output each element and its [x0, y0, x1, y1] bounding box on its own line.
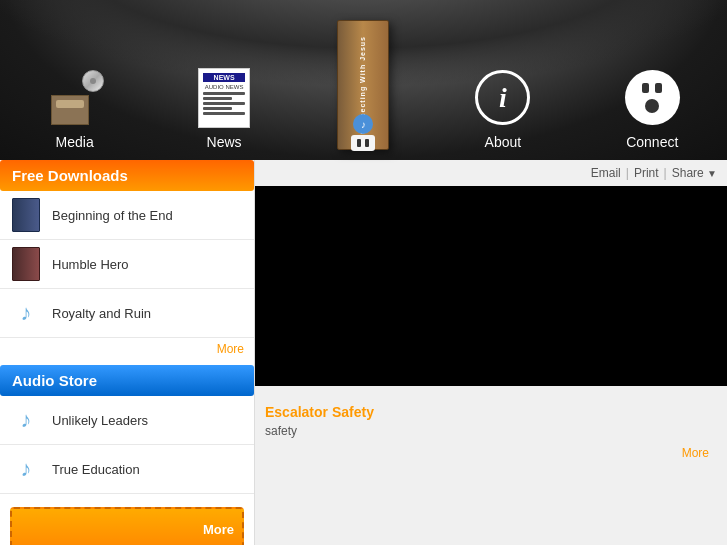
- news-icon-sub: AUDIO NEWS: [203, 84, 245, 90]
- news-icon-header: NEWS: [203, 73, 245, 82]
- nav-news[interactable]: NEWS AUDIO NEWS News: [179, 65, 269, 150]
- book-spine: Connecting With Jesus ♪: [337, 20, 389, 150]
- about-icon: i: [473, 65, 533, 130]
- item-thumbnail: ♪: [10, 404, 42, 436]
- item-thumbnail: ♪: [10, 453, 42, 485]
- news-line: [203, 92, 245, 95]
- share-link[interactable]: Share ▼: [672, 166, 717, 180]
- video-player[interactable]: [255, 186, 727, 386]
- orange-more-label: More: [203, 522, 234, 537]
- print-link[interactable]: Print: [634, 166, 659, 180]
- list-item[interactable]: ♪ Royalty and Ruin: [0, 289, 254, 338]
- free-downloads-section: Free Downloads Beginning of the End Humb…: [0, 160, 254, 360]
- audio-store-header: Audio Store: [0, 365, 254, 396]
- content-info: Escalator Safety safety More: [255, 396, 727, 468]
- news-line: [203, 97, 232, 100]
- item-title: True Education: [52, 462, 140, 477]
- free-downloads-header: Free Downloads: [0, 160, 254, 191]
- connect-icon: [622, 65, 682, 130]
- item-thumbnail: ♪: [10, 297, 42, 329]
- nav-connect[interactable]: Connect: [607, 65, 697, 150]
- music-note-icon: ♪: [21, 300, 32, 326]
- audio-store-section: Audio Store ♪ Unlikely Leaders ♪ True Ed…: [0, 365, 254, 494]
- list-item[interactable]: Beginning of the End: [0, 191, 254, 240]
- nav-about[interactable]: i About: [458, 65, 548, 150]
- news-line: [203, 102, 245, 105]
- item-title: Unlikely Leaders: [52, 413, 148, 428]
- item-title: Beginning of the End: [52, 208, 173, 223]
- news-icon: NEWS AUDIO NEWS: [194, 65, 254, 130]
- music-note-icon: ♪: [21, 456, 32, 482]
- nav-media-label: Media: [56, 134, 94, 150]
- featured-title: Escalator Safety: [265, 404, 717, 420]
- nav-connect-label: Connect: [626, 134, 678, 150]
- music-note-icon: ♪: [21, 407, 32, 433]
- news-line: [203, 107, 232, 110]
- sidebar: Free Downloads Beginning of the End Humb…: [0, 160, 255, 545]
- nav-media[interactable]: Media: [30, 65, 120, 150]
- item-thumbnail: [10, 199, 42, 231]
- email-link[interactable]: Email: [591, 166, 621, 180]
- item-title: Royalty and Ruin: [52, 306, 151, 321]
- nav-center-book[interactable]: Connecting With Jesus ♪: [328, 20, 398, 150]
- featured-subtitle: safety: [265, 424, 717, 438]
- orange-more-button[interactable]: More: [10, 507, 244, 545]
- news-line: [203, 112, 245, 115]
- orange-button-container: More: [0, 499, 254, 545]
- list-item[interactable]: ♪ True Education: [0, 445, 254, 494]
- list-item[interactable]: ♪ Unlikely Leaders: [0, 396, 254, 445]
- item-thumbnail: [10, 248, 42, 280]
- action-bar: Email | Print | Share ▼: [255, 160, 727, 186]
- book-note-icon: ♪: [353, 114, 373, 134]
- media-icon: [45, 65, 105, 130]
- item-title: Humble Hero: [52, 257, 129, 272]
- nav-news-label: News: [207, 134, 242, 150]
- free-downloads-more[interactable]: More: [0, 338, 254, 360]
- content-more[interactable]: More: [265, 446, 717, 460]
- book-plug-icon: [351, 135, 375, 151]
- nav-about-label: About: [485, 134, 522, 150]
- content-area: Email | Print | Share ▼ Escalator Safety…: [255, 160, 727, 545]
- header: Media NEWS AUDIO NEWS News Conne: [0, 0, 727, 160]
- list-item[interactable]: Humble Hero: [0, 240, 254, 289]
- main-content: Free Downloads Beginning of the End Humb…: [0, 160, 727, 545]
